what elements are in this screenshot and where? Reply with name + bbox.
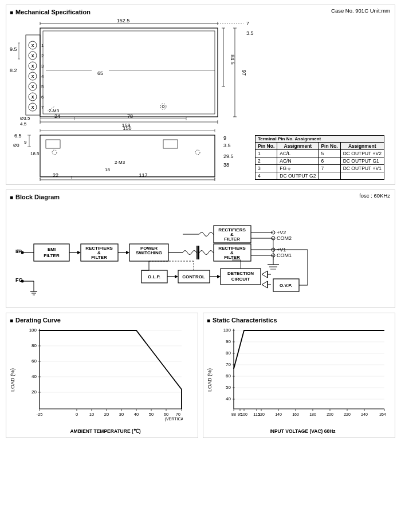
svg-text:152.5: 152.5 <box>117 18 130 23</box>
svg-text:180: 180 <box>309 412 316 416</box>
svg-text:O.V.P.: O.V.P. <box>280 283 292 288</box>
svg-text:4: 4 <box>41 74 44 79</box>
svg-text:10: 10 <box>89 412 94 417</box>
svg-text:5: 5 <box>41 84 44 89</box>
svg-text:78: 78 <box>127 113 133 119</box>
block-diagram-title: Block Diagram <box>10 194 391 200</box>
svg-text:20: 20 <box>32 389 37 395</box>
svg-text:COM2: COM2 <box>277 235 292 241</box>
block-diagram-section: Block Diagram fosc : 60KHz I/P FG EMI <box>6 190 395 308</box>
svg-text:220: 220 <box>344 412 351 416</box>
svg-text:SWITCHING: SWITCHING <box>136 250 162 255</box>
svg-text:7: 7 <box>41 105 44 110</box>
svg-text:6: 6 <box>41 94 44 100</box>
svg-marker-163 <box>262 271 268 278</box>
svg-rect-79 <box>163 140 178 148</box>
svg-text:18: 18 <box>105 167 110 172</box>
svg-text:120: 120 <box>258 412 265 416</box>
static-chart-svg: 100 90 80 70 60 50 40 <box>214 326 386 426</box>
svg-text:100: 100 <box>223 328 231 333</box>
svg-text:X: X <box>32 64 34 68</box>
svg-marker-110 <box>77 251 81 254</box>
svg-text:97: 97 <box>241 70 247 76</box>
svg-text:9.5: 9.5 <box>10 46 17 52</box>
svg-text:X: X <box>32 95 34 99</box>
svg-text:100: 100 <box>29 328 37 333</box>
svg-marker-166 <box>262 281 268 288</box>
svg-text:40: 40 <box>226 396 231 401</box>
svg-text:90: 90 <box>226 339 231 344</box>
svg-text:0: 0 <box>76 412 78 417</box>
svg-text:40: 40 <box>32 374 37 379</box>
svg-text:70: 70 <box>176 412 180 416</box>
svg-rect-0 <box>40 28 218 117</box>
fosc-label: fosc : 60KHz <box>359 192 390 199</box>
derating-x-label: AMBIENT TEMPERATURE (℃) <box>17 428 194 434</box>
svg-text:O.L.P.: O.L.P. <box>148 274 160 279</box>
svg-text:160: 160 <box>292 412 299 416</box>
svg-text:9: 9 <box>223 135 226 141</box>
svg-text:-25: -25 <box>37 412 43 417</box>
svg-text:CIRCUIT: CIRCUIT <box>231 277 250 282</box>
svg-text:140: 140 <box>275 412 282 416</box>
svg-text:X: X <box>32 105 34 109</box>
svg-text:100: 100 <box>241 412 247 416</box>
page: Mechanical Specification Case No. 901C U… <box>0 0 401 443</box>
svg-text:FILTER: FILTER <box>224 237 240 242</box>
svg-text:7: 7 <box>246 21 249 26</box>
svg-text:X: X <box>32 44 34 48</box>
svg-point-46 <box>160 104 166 109</box>
svg-text:22: 22 <box>53 172 58 178</box>
derating-title: Derating Curve <box>10 317 194 324</box>
mechanical-svg: 152.5 84.5 97 7 3.5 9.5 <box>9 18 392 181</box>
svg-text:24: 24 <box>54 113 60 119</box>
svg-text:X: X <box>32 54 34 58</box>
svg-text:117: 117 <box>139 172 147 178</box>
svg-text:2-M3: 2-M3 <box>49 108 60 113</box>
svg-text:3.5: 3.5 <box>246 30 254 36</box>
svg-text:80: 80 <box>226 350 231 356</box>
svg-text:20: 20 <box>104 412 109 417</box>
svg-point-76 <box>195 150 200 155</box>
static-section: Static Characteristics LOAD (%) 100 90 <box>203 313 395 438</box>
svg-text:240: 240 <box>361 412 368 416</box>
svg-text:1: 1 <box>41 43 44 48</box>
svg-text:X: X <box>32 85 34 89</box>
static-title: Static Characteristics <box>207 317 391 324</box>
block-diagram-area: I/P FG EMI FILTER <box>10 203 391 304</box>
svg-rect-64 <box>40 135 215 176</box>
svg-rect-1 <box>43 31 215 114</box>
svg-text:38: 38 <box>223 162 229 168</box>
static-y-label: LOAD (%) <box>207 368 213 392</box>
derating-chart-svg: 100 80 60 40 20 <box>17 326 183 426</box>
svg-text:(VERTICAL): (VERTICAL) <box>165 417 183 421</box>
svg-text:80: 80 <box>32 343 37 348</box>
svg-text:29.5: 29.5 <box>223 153 234 159</box>
static-x-label: INPUT VOLTAGE (VAC) 60Hz <box>214 428 391 434</box>
svg-point-47 <box>162 105 164 108</box>
mechanical-section: Mechanical Specification Case No. 901C U… <box>6 5 395 185</box>
svg-text:Ø3: Ø3 <box>13 143 19 148</box>
svg-text:I/P: I/P <box>15 249 22 254</box>
svg-text:COM1: COM1 <box>277 253 292 258</box>
svg-text:2: 2 <box>41 53 44 58</box>
block-diagram-svg: I/P FG EMI FILTER <box>10 203 399 303</box>
svg-text:3: 3 <box>41 64 44 69</box>
svg-text:60: 60 <box>226 373 231 379</box>
svg-point-101 <box>21 280 24 283</box>
svg-text:9: 9 <box>24 140 27 145</box>
svg-text:+V2: +V2 <box>277 230 286 235</box>
svg-text:FILTER: FILTER <box>91 255 107 260</box>
svg-text:50: 50 <box>149 412 154 417</box>
svg-point-75 <box>52 150 57 155</box>
derating-section: Derating Curve LOAD (%) 100 80 <box>6 313 198 438</box>
svg-text:3.5: 3.5 <box>223 143 231 148</box>
svg-point-98 <box>21 251 24 254</box>
svg-text:FILTER: FILTER <box>44 253 60 258</box>
svg-text:50: 50 <box>226 385 231 390</box>
svg-text:DETECTION: DETECTION <box>227 271 254 276</box>
derating-y-label: LOAD (%) <box>10 368 15 392</box>
svg-marker-159 <box>217 275 221 278</box>
bottom-row: Derating Curve LOAD (%) 100 80 <box>6 313 395 438</box>
case-info: Case No. 901C Unit:mm <box>331 7 390 14</box>
